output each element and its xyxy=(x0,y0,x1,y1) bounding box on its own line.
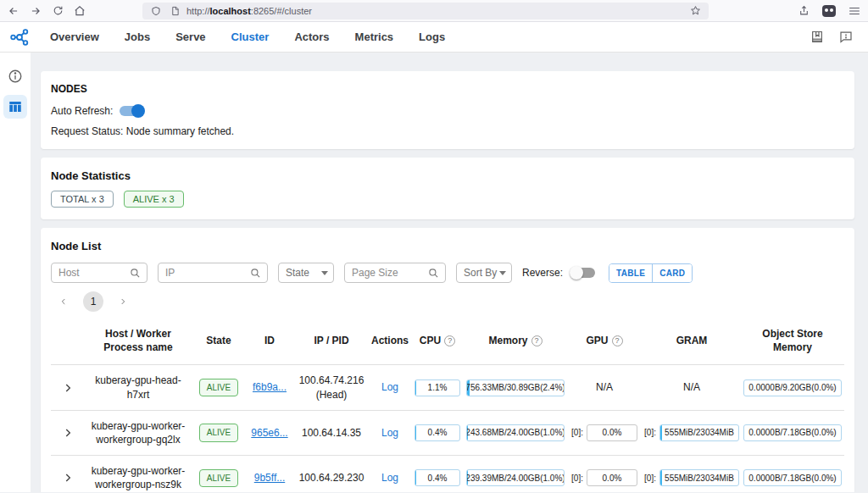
ip-cell: 100.64.14.35 xyxy=(293,418,370,448)
ray-dashboard-nav: OverviewJobsServeClusterActorsMetricsLog… xyxy=(0,22,868,53)
reverse-toggle[interactable] xyxy=(571,268,595,278)
page-size-filter[interactable] xyxy=(344,263,446,283)
card-view-button[interactable]: CARD xyxy=(652,264,692,282)
tab-cluster[interactable]: Cluster xyxy=(219,30,282,43)
page-number[interactable]: 1 xyxy=(83,291,103,312)
tab-logs[interactable]: Logs xyxy=(406,30,458,43)
chevron-down-icon xyxy=(321,271,328,275)
page-info-icon[interactable] xyxy=(168,4,181,18)
gpu-cell: [0]:0.0% xyxy=(566,461,643,492)
info-icon[interactable] xyxy=(3,64,27,88)
search-icon xyxy=(128,266,142,280)
host-name: kuberay-gpu-worker-workergroup-gq2lx xyxy=(85,411,192,455)
share-icon[interactable] xyxy=(797,4,810,18)
table-view-button[interactable]: TABLE xyxy=(609,264,652,282)
metric-box: 243.68MB/24.00GB(1.0%) xyxy=(466,424,565,441)
expand-row-icon[interactable] xyxy=(51,374,85,402)
left-sidebar xyxy=(0,53,31,492)
ip-filter[interactable] xyxy=(158,263,268,283)
status-badge: ALIVE xyxy=(199,424,238,442)
node-id-cell: 9b5ff... xyxy=(246,463,293,492)
log-link[interactable]: Log xyxy=(381,426,398,440)
log-link[interactable]: Log xyxy=(381,471,398,485)
reverse-label: Reverse: xyxy=(522,267,563,279)
log-link[interactable]: Log xyxy=(381,380,398,394)
actions-cell: Log xyxy=(370,418,410,448)
node-list-filters: State Sort By Reverse: TABLE CARD xyxy=(51,263,844,283)
node-id-cell: 965e6... xyxy=(246,418,293,448)
object-store-cell: 0.0000B/7.18GB(0.0%) xyxy=(741,416,844,450)
help-icon[interactable]: ? xyxy=(531,335,542,346)
tab-metrics[interactable]: Metrics xyxy=(342,30,407,43)
main-content: NODES Auto Refresh: Request Status: Node… xyxy=(31,53,868,492)
metric-box: 0.0000B/7.18GB(0.0%) xyxy=(743,424,842,441)
browser-toolbar: http://localhost:8265/#/cluster xyxy=(0,0,868,22)
shield-icon[interactable] xyxy=(149,4,163,18)
ip-cell: 100.64.74.216(Head) xyxy=(293,365,370,409)
status-badge: ALIVE xyxy=(199,379,238,397)
column-header: IP / PID xyxy=(293,324,370,357)
forward-icon[interactable] xyxy=(29,4,42,18)
column-header: Object Store Memory xyxy=(741,317,844,364)
status-badge: ALIVE xyxy=(199,469,238,488)
node-id-link[interactable]: f6b9a... xyxy=(253,380,287,394)
table-row: kuberay-gpu-worker-workergroup-nsz9kALIV… xyxy=(51,456,844,492)
back-icon[interactable] xyxy=(7,4,20,18)
actions-cell: Log xyxy=(370,372,410,402)
column-header: State xyxy=(192,324,246,357)
table-view-icon[interactable] xyxy=(3,95,27,119)
host-filter[interactable] xyxy=(51,263,147,283)
tab-actors[interactable]: Actors xyxy=(281,30,342,43)
node-id-link[interactable]: 965e6... xyxy=(251,426,287,440)
help-icon[interactable]: ? xyxy=(612,335,623,346)
tab-jobs[interactable]: Jobs xyxy=(112,30,163,43)
node-table: Host / Worker Process nameStateIDIP / PI… xyxy=(51,317,844,492)
tab-serve[interactable]: Serve xyxy=(163,30,218,43)
column-header: CPU? xyxy=(410,324,465,357)
host-name: kuberay-gpu-worker-workergroup-nsz9k xyxy=(85,456,192,492)
expand-row-icon[interactable] xyxy=(51,418,85,447)
host-name: kuberay-gpu-head-h7xrt xyxy=(85,365,192,409)
node-statistics-panel: Node Statistics TOTAL x 3ALIVE x 3 xyxy=(41,158,854,219)
page-size-input[interactable] xyxy=(352,267,426,279)
node-id-link[interactable]: 9b5ff... xyxy=(254,471,285,485)
nodes-panel: NODES Auto Refresh: Request Status: Node… xyxy=(41,71,854,149)
feedback-icon[interactable] xyxy=(839,30,853,44)
column-header: Host / Worker Process name xyxy=(85,317,192,364)
reload-icon[interactable] xyxy=(51,4,64,18)
url-bar[interactable]: http://localhost:8265/#/cluster xyxy=(142,3,709,19)
metric-box: 0.0000B/7.18GB(0.0%) xyxy=(743,469,842,486)
prev-page-icon[interactable] xyxy=(56,294,71,309)
state-select[interactable]: State xyxy=(278,263,334,283)
node-list-title: Node List xyxy=(51,240,844,252)
table-header-row: Host / Worker Process nameStateIDIP / PI… xyxy=(51,317,844,365)
auto-refresh-label: Auto Refresh: xyxy=(51,105,113,117)
gram-cell: [0]:555MiB/23034MiB xyxy=(643,416,741,450)
object-store-cell: 0.0000B/7.18GB(0.0%) xyxy=(741,461,844,492)
metric-box: 0.0% xyxy=(587,469,637,486)
bookmark-star-icon[interactable] xyxy=(688,4,702,18)
help-icon[interactable]: ? xyxy=(444,335,455,346)
sort-by-select[interactable]: Sort By xyxy=(456,263,512,283)
chevron-down-icon xyxy=(499,271,506,275)
object-store-cell: 0.0000B/9.20GB(0.0%) xyxy=(741,371,844,405)
docs-book-icon[interactable] xyxy=(810,30,824,44)
ip-filter-input[interactable] xyxy=(165,267,248,279)
column-header: Memory? xyxy=(465,324,566,357)
nav-tabs: OverviewJobsServeClusterActorsMetricsLog… xyxy=(37,30,458,43)
metric-box: 1.1% xyxy=(415,379,460,396)
state-cell: ALIVE xyxy=(192,461,246,492)
host-filter-input[interactable] xyxy=(58,267,128,279)
menu-icon[interactable] xyxy=(848,4,861,18)
expand-row-icon[interactable] xyxy=(51,463,85,492)
view-toggle-group: TABLE CARD xyxy=(609,263,693,283)
tab-overview[interactable]: Overview xyxy=(37,30,112,43)
home-icon[interactable] xyxy=(73,4,86,18)
auto-refresh-toggle[interactable] xyxy=(120,106,143,116)
gpu-cell: [0]:0.0% xyxy=(566,416,643,450)
extensions-icon[interactable] xyxy=(822,5,836,17)
next-page-icon[interactable] xyxy=(115,294,131,309)
node-id-cell: f6b9a... xyxy=(246,372,293,402)
column-header: Actions xyxy=(370,324,410,357)
column-header: ID xyxy=(246,324,293,357)
